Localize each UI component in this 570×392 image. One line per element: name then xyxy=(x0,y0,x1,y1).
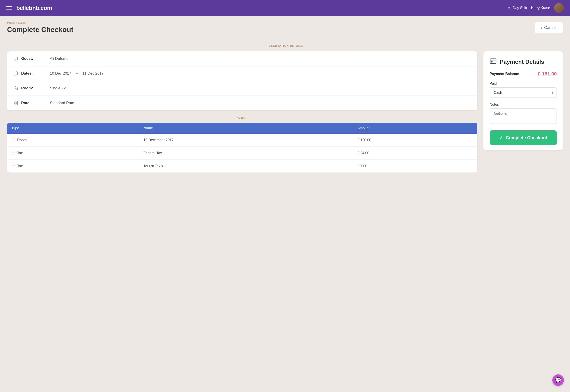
invoice-cell-name: Federal Tax xyxy=(139,147,353,160)
date-from: 10 Dec 2017 xyxy=(50,71,71,75)
svg-rect-17 xyxy=(12,151,13,152)
guest-icon xyxy=(13,56,21,61)
invoice-cell-amount: £ 120.00 xyxy=(353,134,477,147)
svg-rect-14 xyxy=(14,103,15,105)
avatar-image xyxy=(554,3,564,13)
check-icon: ✓ xyxy=(499,135,503,140)
left-column: Guest: Ali Dufrane xyxy=(7,51,477,172)
payment-title: Payment Details xyxy=(500,58,544,65)
invoice-cell-type: Tax xyxy=(7,147,139,159)
invoice-cell-amount: £ 7.00 xyxy=(353,160,477,173)
page-header: FRONT DESK Complete Checkout › Cancel xyxy=(7,21,563,39)
header-right: ☀ Day Shift Harry Krane xyxy=(507,3,564,13)
row-type-icon xyxy=(12,138,15,142)
paid-select[interactable]: Cash Card Bank Transfer xyxy=(490,87,557,98)
svg-rect-23 xyxy=(12,166,13,167)
room-detail: Room: Single - 2 xyxy=(7,81,477,96)
reservation-section-label: RESERVATION DETAILS xyxy=(7,44,563,47)
svg-rect-4 xyxy=(14,72,18,75)
invoice-row: TaxFederal Tax£ 24.00 xyxy=(7,147,477,160)
header: bellebnb.com ☀ Day Shift Harry Krane xyxy=(0,0,570,16)
guest-label: Guest: xyxy=(21,56,41,61)
svg-rect-20 xyxy=(14,153,15,154)
svg-rect-16 xyxy=(13,140,14,141)
invoice-header-row: Type Name Amount xyxy=(7,123,477,134)
notes-textarea[interactable] xyxy=(490,108,557,124)
cancel-label: Cancel xyxy=(544,25,556,30)
avatar xyxy=(554,3,564,13)
svg-rect-21 xyxy=(12,164,13,165)
main-layout: Guest: Ali Dufrane xyxy=(7,51,563,172)
rate-label: Rate: xyxy=(21,101,41,105)
payment-balance-label: Payment Balance xyxy=(490,72,519,76)
svg-rect-19 xyxy=(12,153,13,154)
invoice-cell-type: Room xyxy=(7,134,139,146)
date-to: 11 Dec 2017 xyxy=(82,71,104,75)
dates-value: 10 Dec 2017 → 11 Dec 2017 xyxy=(50,71,104,76)
payment-icon xyxy=(490,57,497,66)
invoice-cell-name: 10 December 2017 xyxy=(139,134,353,147)
logo: bellebnb.com xyxy=(16,5,52,12)
day-shift-label: Day Shift xyxy=(513,6,527,10)
row-type-text: Room xyxy=(17,138,27,142)
guest-value: Ali Dufrane xyxy=(50,56,68,61)
payment-balance-value: £ 151.00 xyxy=(538,71,557,77)
chat-icon: 💬 xyxy=(555,377,561,383)
invoice-section-label: INVOICE xyxy=(7,116,477,120)
day-shift: ☀ Day Shift xyxy=(507,5,527,11)
checkout-button-label: Complete Checkout xyxy=(506,135,547,140)
header-left: bellebnb.com xyxy=(6,5,52,12)
chat-bubble[interactable]: 💬 xyxy=(552,374,564,386)
menu-icon[interactable] xyxy=(6,6,12,10)
payment-balance-row: Payment Balance £ 151.00 xyxy=(490,71,557,77)
payment-header: Payment Details xyxy=(490,57,557,66)
col-name: Name xyxy=(139,123,353,134)
page-title: Complete Checkout xyxy=(7,26,73,34)
breadcrumb: FRONT DESK xyxy=(7,21,73,24)
reservation-card: Guest: Ali Dufrane xyxy=(7,51,477,110)
room-icon xyxy=(13,86,21,91)
chevron-right-icon: › xyxy=(541,25,542,30)
svg-rect-15 xyxy=(16,103,17,105)
svg-rect-13 xyxy=(16,101,17,103)
svg-rect-25 xyxy=(490,59,496,63)
invoice-cell-amount: £ 24.00 xyxy=(353,147,477,160)
invoice-cell-name: Tourist Tax x 1 xyxy=(139,160,353,173)
dates-label: Dates: xyxy=(21,71,41,76)
room-value: Single - 2 xyxy=(50,86,66,90)
calendar-icon xyxy=(13,71,21,76)
svg-rect-24 xyxy=(14,166,15,167)
svg-rect-18 xyxy=(14,151,15,152)
rate-value: Standard Rate xyxy=(50,101,74,105)
date-arrow-icon: → xyxy=(75,71,79,75)
col-type: Type xyxy=(7,123,139,134)
row-type-text: Tax xyxy=(17,151,23,155)
right-column: Payment Details Payment Balance £ 151.00… xyxy=(483,51,563,150)
col-amount: Amount xyxy=(353,123,477,134)
row-type-icon xyxy=(12,151,15,155)
invoice-row: Room10 December 2017£ 120.00 xyxy=(7,134,477,147)
dates-detail: Dates: 10 Dec 2017 → 11 Dec 2017 xyxy=(7,66,477,81)
invoice-row: TaxTourist Tax x 1£ 7.00 xyxy=(7,160,477,173)
day-shift-icon: ☀ xyxy=(507,5,511,11)
page-title-group: FRONT DESK Complete Checkout xyxy=(7,21,73,39)
row-type-icon xyxy=(12,164,15,168)
svg-rect-11 xyxy=(15,89,16,90)
invoice-table: Type Name Amount Room10 December 2017£ 1… xyxy=(7,123,477,172)
row-type-text: Tax xyxy=(17,164,23,168)
svg-rect-12 xyxy=(14,101,15,103)
user-name: Harry Krane xyxy=(531,6,550,10)
room-label: Room: xyxy=(21,86,41,90)
notes-label: Notes xyxy=(490,103,557,107)
rate-detail: Rate: Standard Rate xyxy=(7,96,477,110)
payment-card: Payment Details Payment Balance £ 151.00… xyxy=(483,51,563,150)
paid-select-wrapper: Cash Card Bank Transfer ⬍ xyxy=(490,87,557,98)
svg-rect-22 xyxy=(14,164,15,165)
cancel-button[interactable]: › Cancel xyxy=(535,22,563,33)
paid-label: Paid xyxy=(490,82,557,85)
rate-icon xyxy=(13,101,21,105)
invoice-cell-type: Tax xyxy=(7,160,139,172)
page-content: FRONT DESK Complete Checkout › Cancel RE… xyxy=(0,16,570,178)
guest-detail: Guest: Ali Dufrane xyxy=(7,51,477,66)
complete-checkout-button[interactable]: ✓ Complete Checkout xyxy=(490,130,557,145)
